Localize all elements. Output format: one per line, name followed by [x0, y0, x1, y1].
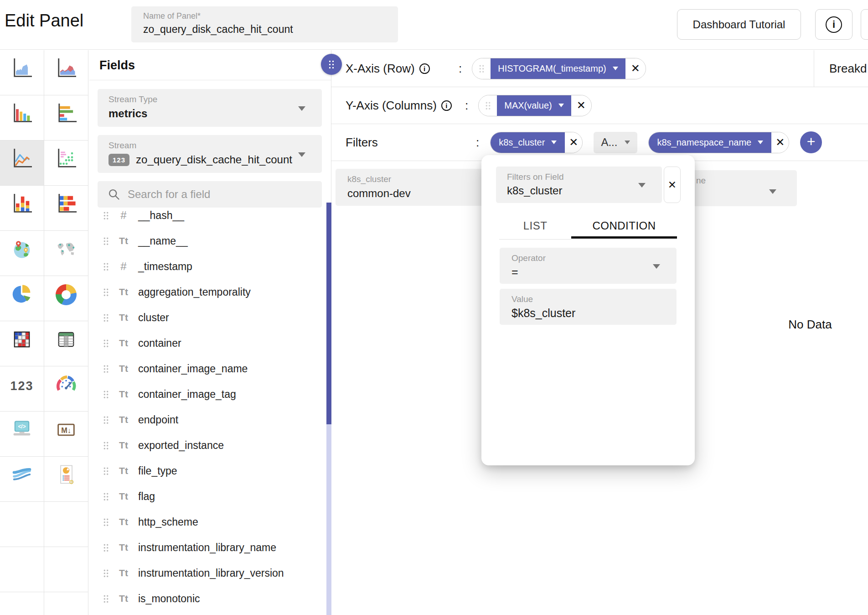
- drag-handle-icon[interactable]: [103, 518, 109, 526]
- y-axis-field-chip[interactable]: MAX(value) ✕: [478, 95, 591, 116]
- add-filter-button[interactable]: +: [800, 131, 822, 153]
- field-row[interactable]: Tt endpoint: [89, 407, 326, 433]
- value-input[interactable]: Value $k8s_cluster: [500, 289, 677, 325]
- close-popup-button[interactable]: ✕: [664, 167, 681, 203]
- drag-handle-icon[interactable]: [103, 288, 109, 297]
- x-axis-label: X-Axis (Row): [346, 62, 415, 76]
- remove-y-axis-field-button[interactable]: ✕: [571, 95, 591, 116]
- x-axis-row: X-Axis (Row) i : HISTOGRAM(_timestamp) ✕…: [331, 50, 868, 87]
- field-row[interactable]: Tt is_monotonic: [89, 586, 326, 611]
- drag-handle-icon[interactable]: [103, 467, 109, 475]
- field-row[interactable]: Tt container: [89, 330, 326, 356]
- tab-list[interactable]: LIST: [499, 212, 571, 239]
- drag-handle-icon[interactable]: [103, 237, 109, 245]
- field-row[interactable]: Tt aggregation_temporality: [89, 279, 326, 305]
- drag-handle-icon[interactable]: [103, 211, 109, 220]
- operator-select[interactable]: Operator =: [500, 248, 677, 284]
- fields-scrollbar-track[interactable]: [326, 203, 331, 615]
- filter-field-box-k8s-cluster[interactable]: k8s_cluster common-dev: [336, 169, 484, 206]
- stacked-bar-chart-icon: [10, 192, 34, 216]
- chart-type-metric[interactable]: 123: [0, 366, 44, 412]
- svg-text:M↓: M↓: [61, 426, 71, 434]
- panel-name-field[interactable]: Name of Panel* zo_query_disk_cache_hit_c…: [131, 6, 398, 42]
- stream-type-select[interactable]: Stream Type metrics: [98, 89, 322, 127]
- chart-type-custom[interactable]: ⚙: [44, 457, 88, 502]
- chart-type-stacked-bar[interactable]: [0, 186, 44, 231]
- drag-handle-icon[interactable]: [103, 492, 109, 501]
- drag-handle-icon[interactable]: [472, 58, 491, 79]
- remove-filter-button[interactable]: ✕: [771, 132, 789, 153]
- world-map-icon: [54, 237, 78, 261]
- drag-handle-icon[interactable]: [103, 543, 109, 552]
- sankey-icon: [10, 463, 34, 487]
- panel-editor: Edit Panel Name of Panel* zo_query_disk_…: [0, 0, 868, 615]
- chart-type-h-bar[interactable]: [44, 95, 88, 141]
- field-row[interactable]: # __hash__: [89, 203, 326, 228]
- field-row[interactable]: Tt flag: [89, 484, 326, 509]
- field-name: endpoint: [138, 414, 178, 426]
- clipped-edge-button[interactable]: [861, 9, 868, 40]
- field-row[interactable]: Tt container_image_tag: [89, 381, 326, 407]
- chart-type-sankey[interactable]: [0, 457, 44, 502]
- chart-type-area-stacked[interactable]: [44, 50, 88, 95]
- field-row[interactable]: Tt __name__: [89, 228, 326, 254]
- drag-handle-icon[interactable]: [103, 569, 109, 578]
- chart-type-donut[interactable]: [44, 276, 88, 321]
- filters-on-field-select[interactable]: Filters on Field k8s_cluster: [496, 167, 662, 203]
- field-row[interactable]: Tt exported_instance: [89, 433, 326, 458]
- drag-handle-icon[interactable]: [103, 390, 109, 399]
- remove-x-axis-field-button[interactable]: ✕: [625, 58, 646, 79]
- drag-handle-icon[interactable]: [103, 313, 109, 322]
- field-row[interactable]: Tt instrumentation_library_name: [89, 535, 326, 560]
- x-axis-field-chip[interactable]: HISTOGRAM(_timestamp) ✕: [472, 58, 646, 79]
- chevron-down-icon[interactable]: [558, 104, 564, 107]
- panel-resize-handle[interactable]: [321, 54, 342, 75]
- info-button[interactable]: i: [815, 9, 852, 40]
- remove-filter-button[interactable]: ✕: [565, 132, 582, 153]
- drag-handle-icon[interactable]: [103, 365, 109, 373]
- chart-type-gauge[interactable]: [44, 366, 88, 412]
- pie-chart-icon: [10, 282, 34, 306]
- fields-panel: Fields Stream Type metrics Stream 123 zo…: [89, 50, 331, 615]
- field-name: http_scheme: [138, 516, 198, 528]
- drag-handle-icon[interactable]: [479, 95, 497, 116]
- field-type-icon: Tt: [116, 440, 131, 451]
- field-row[interactable]: Tt http_scheme: [89, 509, 326, 535]
- chart-type-h-stacked-bar[interactable]: [44, 186, 88, 231]
- chart-type-maps[interactable]: [44, 231, 88, 276]
- filters-label: Filters: [346, 136, 378, 150]
- chart-type-table[interactable]: [44, 321, 88, 366]
- drag-handle-icon[interactable]: [103, 339, 109, 348]
- field-row[interactable]: Tt instrumentation_library_version: [89, 560, 326, 586]
- chart-type-bar[interactable]: [0, 95, 44, 141]
- drag-handle-icon[interactable]: [103, 594, 109, 603]
- chart-type-markdown[interactable]: M↓: [44, 412, 88, 457]
- drag-handle-icon[interactable]: [103, 262, 109, 271]
- field-row[interactable]: Tt cluster: [89, 305, 326, 330]
- chevron-down-icon[interactable]: [551, 141, 557, 144]
- drag-handle-icon[interactable]: [103, 416, 109, 424]
- chart-type-area[interactable]: [0, 50, 44, 95]
- filter-chip-k8s-namespace-name[interactable]: k8s_namespace_name ✕: [648, 132, 789, 153]
- fields-scrollbar-thumb[interactable]: [326, 203, 331, 424]
- field-type-icon: Tt: [116, 287, 131, 297]
- chevron-down-icon[interactable]: [758, 141, 763, 144]
- chart-type-line[interactable]: [0, 141, 44, 186]
- field-row[interactable]: # _timestamp: [89, 254, 326, 279]
- drag-handle-icon: [328, 60, 335, 69]
- filter-chip-k8s-cluster[interactable]: k8s_cluster ✕: [490, 132, 583, 153]
- chevron-down-icon[interactable]: [613, 67, 618, 70]
- tab-condition[interactable]: CONDITION: [571, 212, 677, 239]
- chart-type-pie[interactable]: [0, 276, 44, 321]
- dashboard-tutorial-button[interactable]: Dashboard Tutorial: [677, 9, 801, 40]
- filter-logic-operator-select[interactable]: A...: [594, 132, 637, 153]
- drag-handle-icon[interactable]: [103, 441, 109, 450]
- stream-select[interactable]: Stream 123 zo_query_disk_cache_hit_count: [98, 135, 322, 173]
- chart-type-heatmap[interactable]: [0, 321, 44, 366]
- chart-type-geomap[interactable]: [0, 231, 44, 276]
- chart-type-html[interactable]: </>: [0, 412, 44, 457]
- field-row[interactable]: Tt file_type: [89, 458, 326, 484]
- field-name: container_image_name: [138, 363, 248, 375]
- chart-type-scatter[interactable]: [44, 141, 88, 186]
- field-row[interactable]: Tt container_image_name: [89, 356, 326, 381]
